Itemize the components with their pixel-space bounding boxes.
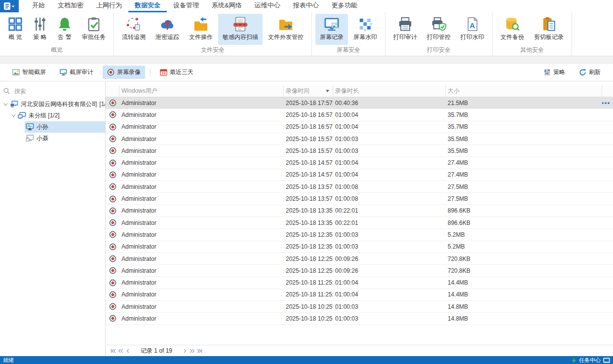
ribbon-clipboard-record-button[interactable]: 剪切板记录 [530,14,568,45]
ribbon-file-backup-button[interactable]: 文件备份 [496,14,529,45]
record-dot-icon [109,219,116,226]
record-dot-icon [109,243,116,251]
app-window: 开始文档加密上网行为数据安全设备管理系统&网络运维中心报表中心更多功能 概 览策… [0,0,613,364]
chevron-down-icon[interactable] [2,103,9,106]
search-input[interactable] [13,87,102,95]
cell-record-duration: 00:40:36 [333,97,446,109]
cell-record-duration: 01:00:03 [333,313,446,324]
pagination-fast-next-button[interactable] [189,349,196,353]
cell-record-time: 2025-10-18 15:57:47 [284,133,333,145]
toolbar-smart-capture-label: 智能截屏 [22,68,46,76]
company-icon [10,101,18,108]
table-row[interactable]: Administrator2025-10-18 13:35:3100:22:01… [106,217,613,229]
tab-report-center[interactable]: 报表中心 [287,0,325,12]
column-header-record-duration[interactable]: 录像时长 [333,85,446,97]
app-menu-button[interactable] [0,0,19,12]
table-row[interactable]: Administrator2025-10-18 12:25:5800:09:26… [106,265,613,277]
ribbon-file-outgoing-button[interactable]: 文件外发管控 [264,14,308,45]
cell-size: 5.2MB [446,229,602,240]
ribbon-screen-watermark-button[interactable]: 屏幕水印 [349,14,382,45]
ribbon-approval-tasks-label: 审批任务 [82,34,106,40]
cell-record-duration: 01:00:03 [333,301,446,312]
toolbar-smart-capture-button[interactable]: 智能截屏 [8,66,50,79]
cell-record-time: 2025-10-18 16:57:51 [284,121,333,133]
toolbar-screen-video-button[interactable]: 屏幕录像 [103,66,145,79]
tab-more-features[interactable]: 更多功能 [325,0,364,12]
pagination-last-button[interactable] [196,349,203,353]
table-row[interactable]: Administrator2025-10-18 12:35:2701:00:03… [106,229,613,241]
cell-record-duration: 01:00:04 [333,289,446,300]
table-row[interactable]: Administrator2025-10-18 10:25:4901:00:03… [106,301,613,313]
ribbon-overview-button[interactable]: 概 览 [3,14,27,45]
sort-desc-icon [325,89,330,93]
record-dot-icon [109,195,116,203]
column-header-record-time[interactable]: 录像时间 [284,85,333,97]
tree-company-node[interactable]: 河北安国云网络科技有限公司 [1/2] [0,99,105,110]
tab-data-security[interactable]: 数据安全 [128,0,167,12]
table-row[interactable]: Administrator2025-10-18 13:57:3401:00:08… [106,181,613,193]
table-row[interactable]: Administrator2025-10-18 13:57:3401:00:08… [106,193,613,205]
tab-system-network[interactable]: 系统&网络 [205,0,248,12]
row-menu-button[interactable] [602,102,610,105]
tree-ungrouped-node[interactable]: 未分组 [1/2] [0,110,105,121]
task-center-button[interactable]: 任务中心 [572,357,610,364]
toolbar-screen-video-label: 屏幕录像 [117,68,141,76]
ribbon-approval-tasks-button[interactable]: 审批任务 [77,14,110,45]
ribbon-group-print-security-label: 打印安全 [388,45,489,56]
table-row[interactable]: Administrator2025-10-18 16:57:5101:00:04… [106,109,613,121]
pagination-next-button[interactable] [181,349,189,353]
tree-computer-xiaosun[interactable]: 小孙 [0,121,105,133]
ribbon-alert-button[interactable]: 告 警 [53,14,77,45]
ribbon-screen-record-button[interactable]: 屏幕记录 [315,14,348,45]
pagination-prev-button[interactable] [124,349,132,353]
chevron-down-icon[interactable] [10,114,17,117]
tab-home[interactable]: 开始 [26,0,51,12]
ribbon-file-operation-button[interactable]: 文件操作 [185,14,217,45]
tab-device-mgmt[interactable]: 设备管理 [167,0,205,12]
table-row[interactable]: Administrator2025-10-18 11:25:5401:00:04… [106,277,613,289]
column-header-filler [602,85,613,97]
tab-doc-encryption[interactable]: 文档加密 [51,0,90,12]
computer-online-icon [26,123,34,131]
print-audit-icon [398,17,413,32]
table-row[interactable]: Administrator2025-10-18 17:57:5500:40:36… [106,97,613,109]
table-row[interactable]: Administrator2025-10-18 14:57:4201:00:04… [106,157,613,169]
ribbon-group-overview: 概 览策 略告 警审批任务概览 [0,12,114,56]
table-row[interactable]: Administrator2025-10-18 15:57:4701:00:03… [106,133,613,145]
toolbar-capture-audit-button[interactable]: 截屏审计 [55,66,98,79]
page-next-icon [182,349,188,353]
toolbar-recent-3-days-button[interactable]: 23最近三天 [155,66,198,79]
tab-ops-center[interactable]: 运维中心 [248,0,287,12]
status-text: 就绪 [3,357,572,364]
tree-ungrouped-node-label: 未分组 [1/2] [29,111,60,120]
ribbon-flow-trace-button[interactable]: 流转追溯 [117,14,150,45]
file-operation-icon [193,17,208,32]
ribbon-print-audit-button[interactable]: 打印审计 [389,14,421,45]
record-dot-icon [109,111,116,118]
table-row[interactable]: Administrator2025-10-18 13:35:3100:22:01… [106,205,613,217]
table-row[interactable]: Administrator2025-10-18 15:57:4701:00:03… [106,145,613,157]
tab-web-behavior[interactable]: 上网行为 [90,0,128,12]
table-row[interactable]: Administrator2025-10-18 12:35:2701:00:03… [106,241,613,253]
tree-computer-xiaonie[interactable]: 小聂 [0,133,105,144]
cell-size: 14.4MB [446,277,602,288]
column-header-record-icon[interactable] [106,85,119,97]
ribbon-leak-trace-button[interactable]: 泄密追踪 [151,14,184,45]
pagination-fast-prev-button[interactable] [117,349,124,353]
toolbar-policy-button[interactable]: 策略 [539,66,570,79]
ribbon-print-control-button[interactable]: 打印管控 [422,14,455,45]
toolbar-refresh-button[interactable]: 刷新 [575,66,605,79]
ribbon-policy-button[interactable]: 策 略 [28,14,52,45]
column-header-windows-user[interactable]: Windows用户 [119,85,284,97]
cell-record-duration: 01:00:04 [333,277,446,288]
pagination-first-button[interactable] [110,349,117,353]
ribbon-sensitive-scan-button[interactable]: 敏感内容扫描 [218,14,263,45]
table-row[interactable]: Administrator2025-10-18 11:25:5401:00:04… [106,289,613,301]
table-row[interactable]: Administrator2025-10-18 12:25:5800:09:26… [106,253,613,265]
table-row[interactable]: Administrator2025-10-18 14:57:4201:00:04… [106,169,613,181]
table-row[interactable]: Administrator2025-10-18 16:57:5101:00:04… [106,121,613,133]
task-center-label: 任务中心 [579,357,601,364]
table-row[interactable]: Administrator2025-10-18 10:25:4901:00:03… [106,313,613,325]
ribbon-print-watermark-button[interactable]: A打印水印 [456,14,489,45]
column-header-size[interactable]: 大小 [446,85,602,97]
